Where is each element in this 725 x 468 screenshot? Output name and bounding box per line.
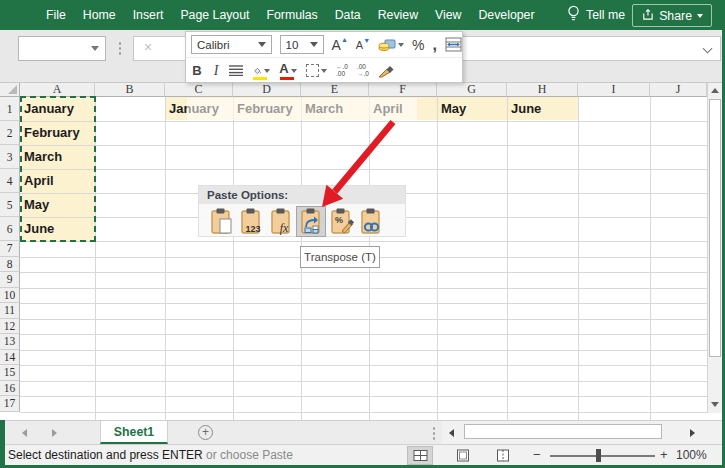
status-message-strong: Select destination and press ENTER: [8, 448, 203, 462]
paint-bucket-icon: [252, 65, 262, 77]
tab-insert[interactable]: Insert: [132, 8, 165, 22]
tell-me[interactable]: Tell me: [567, 0, 625, 30]
column-header-d[interactable]: D: [233, 83, 301, 97]
zoom-out-button[interactable]: −: [533, 447, 541, 462]
status-message-muted: or choose Paste: [203, 448, 293, 462]
tab-data[interactable]: Data: [334, 8, 362, 22]
row-header-2[interactable]: 2: [0, 121, 20, 145]
scroll-left-icon[interactable]: [449, 429, 454, 437]
comma-style-button[interactable]: ,: [433, 36, 437, 54]
column-header-i[interactable]: I: [578, 83, 650, 97]
cancel-icon[interactable]: ×: [144, 39, 152, 55]
decrease-decimal-button[interactable]: ←.0.00: [336, 64, 348, 77]
row-header-15[interactable]: 15: [0, 365, 20, 381]
scroll-up-icon[interactable]: [711, 88, 719, 93]
percent-style-button[interactable]: %: [412, 37, 424, 53]
accounting-format-button[interactable]: [378, 38, 404, 52]
paste-link-icon[interactable]: [360, 207, 384, 235]
row-header-4[interactable]: 4: [0, 169, 20, 193]
zoom-level[interactable]: 100%: [676, 448, 707, 462]
sheet-tab-sheet1[interactable]: Sheet1: [100, 421, 168, 444]
select-all-corner[interactable]: [0, 83, 20, 97]
row-header-14[interactable]: 14: [0, 350, 20, 366]
paste-transpose-icon[interactable]: [300, 207, 324, 235]
shrink-font-button[interactable]: A▼: [356, 39, 370, 51]
row-header-9[interactable]: 9: [0, 272, 20, 288]
paste-icon[interactable]: [210, 207, 234, 235]
horizontal-scrollbar[interactable]: [442, 421, 722, 444]
borders-dropdown-icon[interactable]: [321, 69, 327, 73]
format-painter-button[interactable]: [378, 64, 394, 78]
tab-review[interactable]: Review: [377, 8, 419, 22]
page-break-view-button[interactable]: [490, 446, 516, 465]
scroll-right-icon[interactable]: [690, 429, 695, 437]
tab-page-layout[interactable]: Page Layout: [179, 8, 250, 22]
sheet-tab-label: Sheet1: [114, 425, 154, 439]
bold-button[interactable]: B: [191, 63, 203, 78]
normal-view-button[interactable]: [407, 446, 433, 465]
new-sheet-button[interactable]: +: [198, 425, 213, 440]
name-box-dropdown-icon[interactable]: [91, 46, 99, 51]
share-button[interactable]: Share: [632, 4, 712, 27]
column-header-c[interactable]: C: [165, 83, 233, 97]
row-header-12[interactable]: 12: [0, 319, 20, 335]
row-header-17[interactable]: 17: [0, 396, 20, 412]
row-header-10[interactable]: 10: [0, 288, 20, 304]
zoom-slider-thumb[interactable]: [596, 449, 601, 462]
font-color-button[interactable]: A: [279, 62, 297, 80]
fill-color-button[interactable]: [252, 62, 270, 80]
page-layout-view-button[interactable]: [450, 446, 476, 465]
row-header-13[interactable]: 13: [0, 334, 20, 350]
name-box[interactable]: [18, 36, 106, 61]
vertical-scroll-thumb[interactable]: [709, 99, 721, 357]
cell-h1[interactable]: June: [511, 101, 541, 116]
row-header-7[interactable]: 7: [0, 241, 20, 257]
align-center-button[interactable]: [229, 65, 243, 76]
vertical-scrollbar[interactable]: [707, 83, 722, 413]
increase-decimal-button[interactable]: .00→.0: [357, 64, 369, 77]
zoom-in-button[interactable]: +: [660, 447, 668, 462]
tab-formulas[interactable]: Formulas: [265, 8, 318, 22]
column-header-a[interactable]: A: [20, 83, 95, 97]
row-header-8[interactable]: 8: [0, 257, 20, 273]
expand-formula-bar-icon[interactable]: [704, 45, 712, 53]
row-header-5[interactable]: 5: [0, 193, 20, 217]
row-header-3[interactable]: 3: [0, 145, 20, 169]
sheet-nav-left-icon[interactable]: [22, 429, 27, 437]
row-header-1[interactable]: 1: [0, 97, 20, 121]
column-header-g[interactable]: G: [437, 83, 507, 97]
paste-formulas-icon[interactable]: fx: [270, 207, 294, 235]
column-header-b[interactable]: B: [95, 83, 165, 97]
column-header-j[interactable]: J: [650, 83, 707, 97]
borders-button[interactable]: [306, 64, 327, 77]
font-name-combo[interactable]: Calibri: [191, 35, 272, 54]
tab-home[interactable]: Home: [82, 8, 117, 22]
row-header-16[interactable]: 16: [0, 381, 20, 397]
grow-font-button[interactable]: A▲: [332, 37, 348, 53]
zoom-slider-track[interactable]: [550, 455, 655, 457]
row-header-11[interactable]: 11: [0, 303, 20, 319]
tab-view[interactable]: View: [434, 8, 462, 22]
horizontal-scroll-thumb[interactable]: [464, 424, 662, 439]
font-color-dropdown-icon[interactable]: [291, 69, 297, 73]
column-header-e[interactable]: E: [301, 83, 369, 97]
fill-color-dropdown-icon[interactable]: [264, 69, 270, 73]
font-size-combo[interactable]: 10: [280, 35, 324, 54]
gridline-horizontal: [20, 319, 707, 320]
paste-formatting-icon[interactable]: %: [330, 207, 354, 235]
tab-developer[interactable]: Developer: [477, 8, 535, 22]
cell-g1[interactable]: May: [441, 101, 466, 116]
paste-values-icon[interactable]: 123: [240, 207, 264, 235]
italic-button[interactable]: I: [212, 63, 220, 79]
row-header-6[interactable]: 6: [0, 217, 20, 241]
sheet-nav-right-icon[interactable]: [52, 429, 57, 437]
gridline-horizontal: [20, 272, 707, 273]
column-header-h[interactable]: H: [507, 83, 578, 97]
column-header-f[interactable]: F: [369, 83, 437, 97]
merge-cells-button[interactable]: [445, 37, 462, 52]
paste-preview-overlay: [187, 98, 417, 120]
svg-text:fx: fx: [280, 221, 289, 235]
tab-file[interactable]: File: [45, 8, 67, 22]
gridline-horizontal: [20, 145, 707, 146]
scroll-down-icon[interactable]: [711, 402, 719, 407]
